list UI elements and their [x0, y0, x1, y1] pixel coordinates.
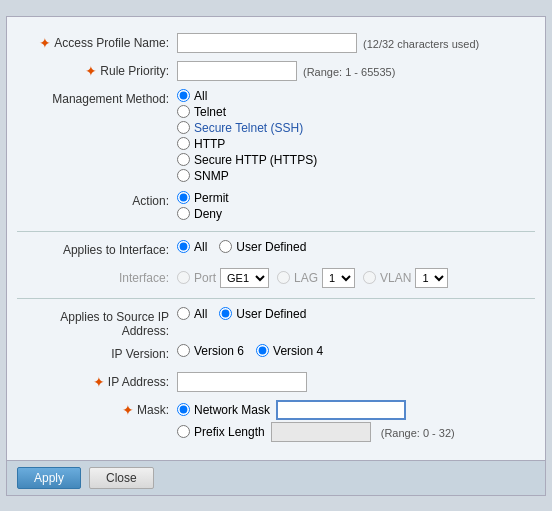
ipv6-label: Version 6	[194, 344, 244, 358]
action-deny-item[interactable]: Deny	[177, 207, 535, 221]
applies-interface-options: All User Defined	[177, 240, 535, 254]
rule-priority-value-col: 1 (Range: 1 - 65535)	[177, 61, 535, 83]
action-deny-label: Deny	[194, 207, 222, 221]
prefix-length-label: Prefix Length	[194, 425, 265, 439]
applies-interface-label: Applies to Interface:	[63, 243, 169, 257]
iface-lag-radio[interactable]	[277, 271, 290, 284]
network-mask-radio[interactable]	[177, 403, 190, 416]
required-star-4: ✦	[122, 403, 134, 417]
mgmt-all-radio[interactable]	[177, 89, 190, 102]
mgmt-http-label: HTTP	[194, 137, 225, 151]
action-deny-radio[interactable]	[177, 207, 190, 220]
srcip-all-item[interactable]: All	[177, 307, 207, 321]
mgmt-telnet-radio[interactable]	[177, 105, 190, 118]
iface-port-select[interactable]: GE1	[220, 268, 269, 288]
management-method-options: All Telnet Secure Telnet (SSH) HTTP Secu…	[177, 89, 535, 185]
access-profile-name-label: Access Profile Name:	[54, 36, 169, 50]
access-profile-name-input[interactable]: RestrictByIp	[177, 33, 357, 53]
access-profile-name-value-col: RestrictByIp (12/32 characters used)	[177, 33, 535, 55]
rule-priority-input[interactable]: 1	[177, 61, 297, 81]
ipv4-radio[interactable]	[256, 344, 269, 357]
mgmt-ssh-radio[interactable]	[177, 121, 190, 134]
interface-value-col: Port GE1 LAG 1 VLAN 1	[177, 268, 535, 288]
ip-version-options: Version 6 Version 4	[177, 344, 535, 358]
required-star-1: ✦	[39, 36, 51, 50]
network-mask-input[interactable]: 255.255.255.255	[276, 400, 406, 420]
network-mask-item[interactable]: Network Mask 255.255.255.255	[177, 400, 535, 420]
iface-vlan-label: VLAN	[380, 271, 411, 285]
iface-all-label: All	[194, 240, 207, 254]
management-method-row: Management Method: All Telnet Secure Tel…	[17, 89, 535, 185]
mgmt-snmp-label: SNMP	[194, 169, 229, 183]
divider-2	[17, 298, 535, 299]
mgmt-ssh-label: Secure Telnet (SSH)	[194, 121, 303, 135]
iface-vlan-select[interactable]: 1	[415, 268, 448, 288]
applies-interface-row: Applies to Interface: All User Defined	[17, 240, 535, 262]
access-profile-name-row: ✦ Access Profile Name: RestrictByIp (12/…	[17, 33, 535, 55]
source-ip-label: Applies to Source IP Address:	[17, 310, 169, 338]
ipv6-radio[interactable]	[177, 344, 190, 357]
action-permit-radio[interactable]	[177, 191, 190, 204]
iface-userdefined-radio[interactable]	[219, 240, 232, 253]
form-body: ✦ Access Profile Name: RestrictByIp (12/…	[7, 27, 545, 460]
mgmt-https-label: Secure HTTP (HTTPS)	[194, 153, 317, 167]
ip-address-value-col: 192.168.1.233	[177, 372, 535, 394]
source-ip-row: Applies to Source IP Address: All User D…	[17, 307, 535, 338]
ipv6-item[interactable]: Version 6	[177, 344, 244, 358]
iface-all-item[interactable]: All	[177, 240, 207, 254]
mgmt-all-item[interactable]: All	[177, 89, 535, 103]
mgmt-snmp-radio[interactable]	[177, 169, 190, 182]
source-ip-label-col: Applies to Source IP Address:	[17, 307, 177, 338]
rule-priority-label: Rule Priority:	[100, 64, 169, 78]
interface-label: Interface:	[119, 271, 169, 285]
prefix-length-input[interactable]	[271, 422, 371, 442]
iface-port-radio[interactable]	[177, 271, 190, 284]
ip-version-label: IP Version:	[111, 347, 169, 361]
iface-lag-select[interactable]: 1	[322, 268, 355, 288]
srcip-userdefined-radio[interactable]	[219, 307, 232, 320]
close-button[interactable]: Close	[89, 467, 154, 489]
iface-lag-label: LAG	[294, 271, 318, 285]
ipv4-item[interactable]: Version 4	[256, 344, 323, 358]
action-label: Action:	[132, 194, 169, 208]
action-permit-label: Permit	[194, 191, 229, 205]
mgmt-https-item[interactable]: Secure HTTP (HTTPS)	[177, 153, 535, 167]
network-mask-label: Network Mask	[194, 403, 270, 417]
iface-userdefined-item[interactable]: User Defined	[219, 240, 306, 254]
srcip-userdefined-item[interactable]: User Defined	[219, 307, 306, 321]
iface-all-radio[interactable]	[177, 240, 190, 253]
action-label-col: Action:	[17, 191, 177, 208]
ip-address-row: ✦ IP Address: 192.168.1.233	[17, 372, 535, 394]
mgmt-ssh-item[interactable]: Secure Telnet (SSH)	[177, 121, 535, 135]
mgmt-https-radio[interactable]	[177, 153, 190, 166]
mgmt-all-label: All	[194, 89, 207, 103]
srcip-all-radio[interactable]	[177, 307, 190, 320]
mask-row: ✦ Mask: Network Mask 255.255.255.255 Pre…	[17, 400, 535, 444]
management-method-label: Management Method:	[52, 92, 169, 106]
source-ip-options: All User Defined	[177, 307, 535, 321]
ip-version-row: IP Version: Version 6 Version 4	[17, 344, 535, 366]
mask-options: Network Mask 255.255.255.255 Prefix Leng…	[177, 400, 535, 444]
action-permit-item[interactable]: Permit	[177, 191, 535, 205]
ip-version-label-col: IP Version:	[17, 344, 177, 361]
required-star-3: ✦	[93, 375, 105, 389]
interface-row: Interface: Port GE1 LAG 1 VLAN	[17, 268, 535, 290]
mgmt-http-item[interactable]: HTTP	[177, 137, 535, 151]
mgmt-telnet-label: Telnet	[194, 105, 226, 119]
prefix-length-item[interactable]: Prefix Length (Range: 0 - 32)	[177, 422, 535, 442]
mgmt-http-radio[interactable]	[177, 137, 190, 150]
ip-address-input[interactable]: 192.168.1.233	[177, 372, 307, 392]
ip-address-label-col: ✦ IP Address:	[17, 372, 177, 389]
rule-priority-hint: (Range: 1 - 65535)	[303, 63, 395, 78]
iface-vlan-radio[interactable]	[363, 271, 376, 284]
apply-button[interactable]: Apply	[17, 467, 81, 489]
ip-address-label: IP Address:	[108, 375, 169, 389]
iface-port-label: Port	[194, 271, 216, 285]
mgmt-snmp-item[interactable]: SNMP	[177, 169, 535, 183]
prefix-length-radio[interactable]	[177, 425, 190, 438]
mgmt-telnet-item[interactable]: Telnet	[177, 105, 535, 119]
applies-interface-label-col: Applies to Interface:	[17, 240, 177, 257]
action-bar: Apply Close	[7, 460, 545, 495]
access-profile-name-hint: (12/32 characters used)	[363, 35, 479, 50]
rule-priority-label-col: ✦ Rule Priority:	[17, 61, 177, 78]
